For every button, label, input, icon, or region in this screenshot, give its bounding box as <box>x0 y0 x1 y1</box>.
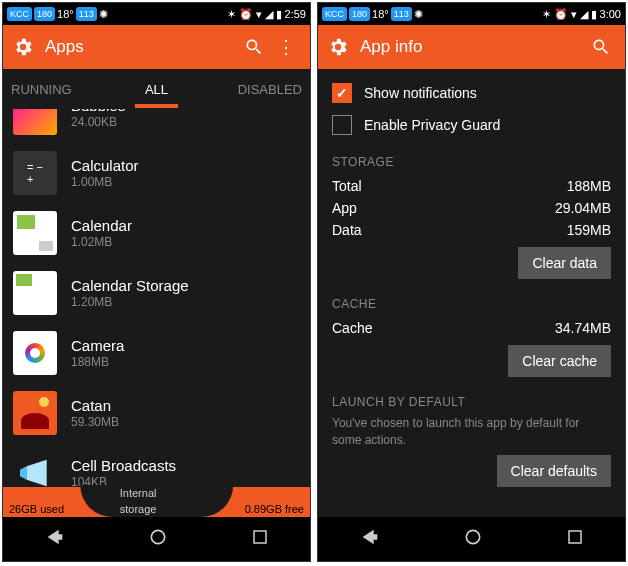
nav-bar <box>318 517 625 561</box>
app-list[interactable]: Bubbles24.00KB Calculator1.00MB Calendar… <box>3 109 310 487</box>
svg-point-2 <box>467 530 480 543</box>
app-name: Calculator <box>71 157 139 174</box>
page-title: App info <box>360 37 585 57</box>
app-name: Calendar <box>71 217 132 234</box>
status-badge: KCC <box>322 7 347 21</box>
app-name: Calendar Storage <box>71 277 189 294</box>
privacy-guard-checkbox[interactable]: Enable Privacy Guard <box>332 109 611 141</box>
settings-icon[interactable] <box>11 35 35 59</box>
show-notifications-checkbox[interactable]: ✓ Show notifications <box>332 77 611 109</box>
status-badge: 113 <box>76 7 97 21</box>
list-item[interactable]: Cell Broadcasts104KB <box>3 443 310 487</box>
svg-rect-3 <box>569 531 581 543</box>
list-item[interactable]: Bubbles24.00KB <box>3 109 310 143</box>
clear-cache-button[interactable]: Clear cache <box>508 345 611 377</box>
kv-cache: Cache34.74MB <box>332 317 611 339</box>
list-item[interactable]: Catan59.30MB <box>3 383 310 443</box>
tabs: RUNNING ALL DISABLED <box>3 69 310 109</box>
home-button[interactable] <box>463 527 483 552</box>
phone-appinfo: KCC 180 18° 113 ✺ ✶ ⏰ ▾ ◢ ▮ 3:00 App inf… <box>317 2 626 562</box>
recent-button[interactable] <box>251 528 269 551</box>
checkbox-icon: ✓ <box>332 83 352 103</box>
app-name: Bubbles <box>71 109 125 114</box>
kv-app: App29.04MB <box>332 197 611 219</box>
section-cache: CACHE <box>332 297 611 311</box>
app-name: Camera <box>71 337 124 354</box>
app-icon <box>13 331 57 375</box>
status-badge: 113 <box>391 7 412 21</box>
kv-total: Total188MB <box>332 175 611 197</box>
status-badge: 180 <box>34 7 55 21</box>
list-item[interactable]: Calculator1.00MB <box>3 143 310 203</box>
checkbox-label: Enable Privacy Guard <box>364 117 500 133</box>
signal-icon: ◢ <box>265 8 273 21</box>
gear-icon: ✺ <box>414 8 423 21</box>
overflow-icon[interactable]: ⋮ <box>270 36 302 58</box>
list-item[interactable]: Calendar Storage1.20MB <box>3 263 310 323</box>
tab-running[interactable]: RUNNING <box>3 72 108 107</box>
storage-used: 26GB used <box>9 503 64 515</box>
app-size: 24.00KB <box>71 115 125 129</box>
app-name: Cell Broadcasts <box>71 457 176 474</box>
app-icon <box>13 109 57 135</box>
tab-all[interactable]: ALL <box>108 72 205 107</box>
vibrate-icon: ✶ <box>227 8 236 21</box>
status-temp: 18° <box>372 8 389 20</box>
back-button[interactable] <box>359 526 381 553</box>
app-bar: Apps ⋮ <box>3 25 310 69</box>
battery-icon: ▮ <box>591 8 597 21</box>
storage-bar: Internal storage 26GB used 0.89GB free <box>3 487 310 517</box>
alarm-icon: ⏰ <box>554 8 568 21</box>
phone-apps: KCC 180 18° 113 ✺ ✶ ⏰ ▾ ◢ ▮ 2:59 Apps ⋮ … <box>2 2 311 562</box>
app-info-content[interactable]: ✓ Show notifications Enable Privacy Guar… <box>318 69 625 517</box>
vibrate-icon: ✶ <box>542 8 551 21</box>
signal-icon: ◢ <box>580 8 588 21</box>
recent-button[interactable] <box>566 528 584 551</box>
app-name: Catan <box>71 397 119 414</box>
list-item[interactable]: Calendar1.02MB <box>3 203 310 263</box>
status-time: 2:59 <box>285 8 306 20</box>
kv-data: Data159MB <box>332 219 611 241</box>
app-icon <box>13 391 57 435</box>
clear-data-button[interactable]: Clear data <box>518 247 611 279</box>
svg-point-0 <box>152 530 165 543</box>
app-bar: App info <box>318 25 625 69</box>
tab-disabled[interactable]: DISABLED <box>205 72 310 107</box>
checkbox-label: Show notifications <box>364 85 477 101</box>
status-badge: KCC <box>7 7 32 21</box>
storage-label: Internal storage <box>80 485 234 517</box>
svg-rect-1 <box>254 531 266 543</box>
status-temp: 18° <box>57 8 74 20</box>
status-bar: KCC 180 18° 113 ✺ ✶ ⏰ ▾ ◢ ▮ 3:00 <box>318 3 625 25</box>
app-size: 59.30MB <box>71 415 119 429</box>
app-icon <box>13 211 57 255</box>
storage-free: 0.89GB free <box>245 503 304 515</box>
wifi-icon: ▾ <box>256 8 262 21</box>
home-button[interactable] <box>148 527 168 552</box>
launch-description: You've chosen to launch this app by defa… <box>332 415 611 449</box>
app-size: 1.20MB <box>71 295 189 309</box>
clear-defaults-button[interactable]: Clear defaults <box>497 455 611 487</box>
section-launch: LAUNCH BY DEFAULT <box>332 395 611 409</box>
search-icon[interactable] <box>238 37 270 57</box>
search-icon[interactable] <box>585 37 617 57</box>
list-item[interactable]: Camera188MB <box>3 323 310 383</box>
gear-icon: ✺ <box>99 8 108 21</box>
section-storage: STORAGE <box>332 155 611 169</box>
settings-icon[interactable] <box>326 35 350 59</box>
app-icon <box>13 151 57 195</box>
nav-bar <box>3 517 310 561</box>
status-badge: 180 <box>349 7 370 21</box>
page-title: Apps <box>45 37 238 57</box>
status-bar: KCC 180 18° 113 ✺ ✶ ⏰ ▾ ◢ ▮ 2:59 <box>3 3 310 25</box>
app-size: 1.02MB <box>71 235 132 249</box>
app-icon <box>13 451 57 487</box>
back-button[interactable] <box>44 526 66 553</box>
app-icon <box>13 271 57 315</box>
alarm-icon: ⏰ <box>239 8 253 21</box>
wifi-icon: ▾ <box>571 8 577 21</box>
app-size: 1.00MB <box>71 175 139 189</box>
battery-icon: ▮ <box>276 8 282 21</box>
app-size: 188MB <box>71 355 124 369</box>
checkbox-icon <box>332 115 352 135</box>
